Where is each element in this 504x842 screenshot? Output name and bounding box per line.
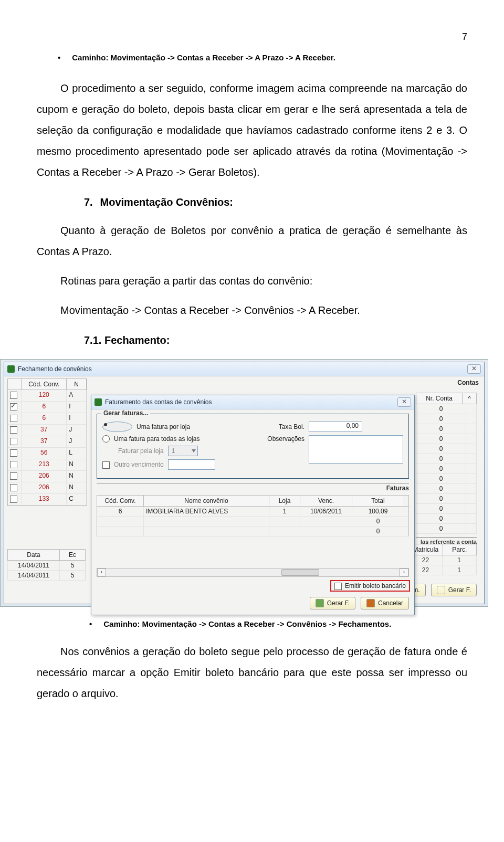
table-row[interactable]: 133C (8, 494, 87, 506)
fat-col-nome[interactable]: Nome convênio (144, 496, 269, 506)
taxa-bol-input[interactable]: 0,00 (309, 422, 362, 432)
table-row[interactable]: 0 (416, 434, 477, 444)
window-titlebar[interactable]: Fechamento de convênios ✕ (4, 362, 484, 376)
row-checkbox[interactable] (10, 449, 17, 457)
faturas-row[interactable]: 6 IMOBILIARIA BENTO ALVES 1 10/06/2011 1… (97, 507, 409, 517)
scroll-left-icon[interactable]: ‹ (97, 569, 106, 576)
radio-uma-por-loja-label: Uma fatura por loja (136, 423, 190, 430)
row-checkbox[interactable] (10, 415, 17, 422)
faturas-row[interactable]: 0 (97, 517, 409, 527)
bullet-dot-icon: • (89, 619, 92, 628)
dlg-cancel-button[interactable]: Cancelar (361, 597, 409, 609)
outro-venc-input[interactable] (168, 459, 215, 470)
table-row[interactable]: 0 (416, 404, 477, 414)
checkbox-outro-venc-label: Outro vencimento (114, 461, 164, 468)
col-nr-conta[interactable]: Nr. Conta (416, 393, 463, 404)
check-icon (316, 599, 324, 607)
faturar-loja-label: Faturar pela loja (118, 447, 164, 455)
table-row[interactable]: 211C (8, 506, 87, 506)
table-row[interactable]: 206N (8, 471, 87, 482)
table-row[interactable]: 221 (408, 555, 477, 565)
table-row[interactable]: 0 (416, 414, 477, 424)
cell-n: N (67, 482, 87, 493)
checkbox-emitir-boleto-label: Emitir boleto bancário (345, 582, 406, 590)
col-data[interactable]: Data (7, 549, 60, 561)
cell-n: C (67, 494, 87, 505)
fat-cell-venc: 10/06/2011 (300, 507, 352, 516)
close-icon[interactable]: ✕ (397, 397, 411, 407)
table-row[interactable]: 14/04/20115 (7, 561, 86, 571)
row-checkbox[interactable] (10, 392, 17, 399)
radio-uma-todas-lojas[interactable] (102, 435, 110, 443)
cell-cod: 37 (22, 425, 67, 436)
row-checkbox[interactable] (10, 496, 17, 503)
gerarf-button[interactable]: Gerar F. (431, 584, 477, 596)
dialog-faturamento: Faturamento das contas de convênios ✕ Ge… (91, 395, 415, 615)
radio-uma-todas-lojas-label: Uma fatura para todas as lojas (114, 435, 200, 443)
table-row[interactable]: 56L (8, 448, 87, 459)
col-n[interactable]: N (67, 379, 87, 390)
faturar-loja-select[interactable]: 1 (168, 446, 198, 456)
faturas-row[interactable]: 0 (97, 527, 409, 536)
horiz-scrollbar[interactable]: ‹ › (97, 568, 409, 577)
fat-col-total[interactable]: Total (352, 496, 404, 506)
table-row[interactable]: 0 (416, 524, 477, 534)
table-row[interactable]: 0 (416, 454, 477, 464)
gerarf-button-label: Gerar F. (448, 586, 471, 594)
cell-nrconta: 0 (416, 524, 466, 533)
table-row[interactable]: 37J (8, 425, 87, 436)
col-ec[interactable]: Ec (60, 549, 86, 561)
close-icon[interactable]: ✕ (467, 364, 481, 374)
table-row[interactable]: 0 (416, 444, 477, 454)
table-row[interactable]: 0 (416, 474, 477, 484)
table-row[interactable]: 213N (8, 459, 87, 471)
table-row[interactable]: 0 (416, 504, 477, 514)
table-row[interactable]: 6I (8, 413, 87, 425)
col-cod-conv[interactable]: Cód. Conv. (22, 379, 67, 390)
cell-data: 14/04/2011 (8, 561, 60, 570)
row-checkbox[interactable] (10, 403, 17, 411)
row-checkbox[interactable] (10, 472, 17, 480)
checkbox-outro-venc[interactable] (102, 461, 110, 469)
table-row[interactable]: 0 (416, 484, 477, 494)
table-row[interactable]: 0 (416, 514, 477, 524)
window-fechamento: Fechamento de convênios ✕ Contas Cód. Co… (4, 362, 485, 604)
chevron-down-icon (192, 449, 196, 452)
row-checkbox[interactable] (10, 484, 17, 491)
table-row[interactable]: 0 (416, 464, 477, 474)
dlg-gerarf-label: Gerar F. (327, 599, 350, 607)
matricula-grid: Matricula Parc. 221221 (408, 544, 477, 575)
cell-n: C (67, 506, 87, 506)
table-row[interactable]: 120A (8, 390, 87, 402)
fat-col-loja[interactable]: Loja (269, 496, 300, 506)
scroll-right-icon[interactable]: › (400, 569, 408, 576)
obs-textarea[interactable] (309, 435, 403, 464)
contas-section-label: Contas (457, 379, 479, 386)
fat-col-venc[interactable]: Venc. (300, 496, 352, 506)
table-row[interactable]: 6I (8, 402, 87, 413)
convenios-grid-body[interactable]: 120A6I6I37J37J56L213N206N206N133C211C195… (7, 390, 87, 506)
cell-n: I (67, 402, 87, 413)
cell-n: J (67, 425, 87, 436)
table-row[interactable]: 37J (8, 436, 87, 448)
nrconta-grid: Nr. Conta ^ 0000000000000 las referente … (416, 393, 477, 545)
col-parc[interactable]: Parc. (443, 544, 477, 555)
dlg-gerarf-button[interactable]: Gerar F. (310, 597, 355, 609)
breadcrumb-top-text: Caminho: Movimentação -> Contas a Recebe… (72, 53, 335, 62)
row-checkbox[interactable] (10, 426, 17, 434)
scroll-up-icon[interactable]: ^ (463, 393, 477, 404)
checkbox-emitir-boleto[interactable] (334, 583, 342, 590)
cell-nrconta: 0 (416, 494, 466, 503)
table-row[interactable]: 14/04/20115 (7, 571, 86, 581)
row-checkbox[interactable] (10, 461, 17, 468)
cell-cod: 206 (22, 482, 67, 493)
table-row[interactable]: 0 (416, 494, 477, 504)
scroll-thumb[interactable] (281, 569, 319, 576)
row-checkbox[interactable] (10, 438, 17, 445)
radio-uma-por-loja[interactable] (102, 422, 132, 432)
table-row[interactable]: 0 (416, 424, 477, 434)
fat-col-cod[interactable]: Cód. Conv. (97, 496, 144, 506)
table-row[interactable]: 221 (408, 565, 477, 575)
dialog-titlebar[interactable]: Faturamento das contas de convênios ✕ (91, 395, 414, 409)
table-row[interactable]: 206N (8, 482, 87, 494)
